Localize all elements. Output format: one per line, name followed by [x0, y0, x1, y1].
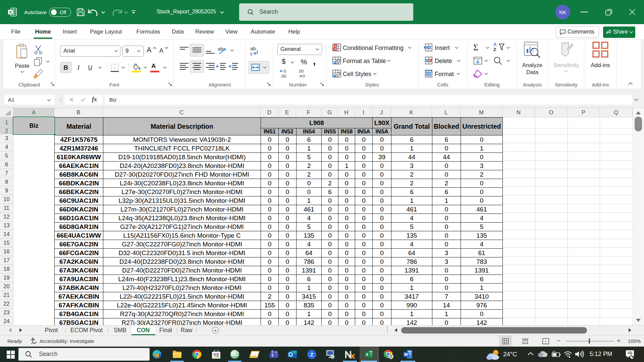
svg-text:.00: .00 [298, 69, 304, 74]
svg-text:.00: .00 [280, 74, 286, 79]
svg-text:W: W [404, 352, 408, 357]
svg-text:T: T [271, 354, 274, 358]
svg-text:X: X [9, 10, 12, 15]
svg-text:X: X [366, 352, 369, 357]
svg-text:0: 0 [284, 69, 286, 74]
svg-text:ab: ab [218, 46, 223, 52]
svg-text:c: c [250, 51, 253, 56]
svg-text:0: 0 [303, 74, 305, 79]
